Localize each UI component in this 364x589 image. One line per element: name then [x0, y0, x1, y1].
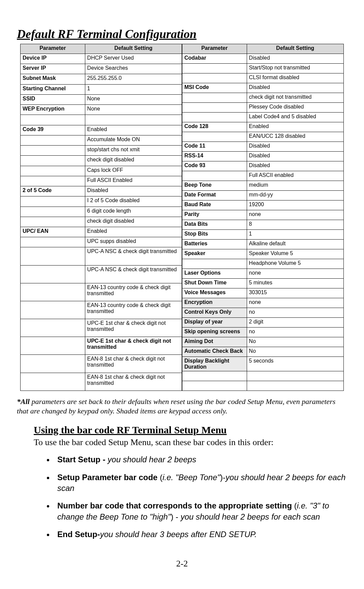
- param-cell: Date Format: [182, 191, 247, 200]
- table-row: Automatic Check BackNo: [182, 347, 344, 357]
- table-row: [182, 381, 344, 391]
- table-row: Date Formatmm-dd-yy: [182, 191, 344, 200]
- table-row: Beep Tonemedium: [182, 181, 344, 191]
- col-header-parameter: Parameter: [21, 44, 85, 54]
- table-row: SpeakerSpeaker Volume 5: [182, 249, 344, 259]
- param-cell: [21, 166, 85, 176]
- config-table-left: Parameter Default Setting Device IPDHCP …: [20, 44, 182, 391]
- table-row: Stop Bits1: [182, 230, 344, 240]
- default-cell: [247, 381, 343, 391]
- subsection-heading: Using the bar code RF Terminal Setup Men…: [34, 424, 351, 436]
- param-cell: [21, 337, 85, 355]
- param-cell: [182, 371, 247, 381]
- default-cell: none: [247, 269, 343, 279]
- table-row: EAN-13 country code & check digit transm…: [21, 283, 182, 301]
- default-cell: No: [247, 337, 343, 347]
- default-cell: Caps lock OFF: [85, 166, 182, 176]
- default-cell: Device Searches: [85, 64, 182, 74]
- default-cell: none: [247, 298, 343, 308]
- table-row: CodabarDisabled: [182, 54, 344, 64]
- param-cell: [21, 283, 85, 301]
- list-item-italic: you should hear 2 beeps: [108, 455, 196, 464]
- table-row: stop/start chs not xmit: [21, 146, 182, 156]
- default-cell: Disabled: [85, 186, 182, 196]
- table-row: EAN-13 country code & check digit transm…: [21, 301, 182, 319]
- table-row: Label Code4 and 5 disabled: [182, 113, 344, 122]
- config-tables: Parameter Default Setting Device IPDHCP …: [13, 44, 351, 391]
- default-cell: mm-dd-yy: [247, 191, 343, 200]
- default-cell: Disabled: [247, 152, 343, 161]
- footnote-text: parameters are set back to their default…: [17, 397, 335, 415]
- table-row: EAN/UCC 128 disabled: [182, 132, 344, 142]
- param-cell: Code 93: [182, 161, 247, 171]
- table-row: Server IPDevice Searches: [21, 64, 182, 74]
- param-cell: [21, 115, 85, 125]
- default-cell: check digit not transmitted: [247, 93, 343, 103]
- default-cell: No: [247, 347, 343, 357]
- param-cell: [182, 132, 247, 142]
- list-item: Start Setup - you should hear 2 beeps: [54, 454, 351, 465]
- default-cell: EAN-8 1st char & check digit not transmi…: [85, 355, 182, 373]
- table-row: Code 93Disabled: [182, 161, 344, 171]
- default-cell: [85, 115, 182, 125]
- default-cell: check digit disabled: [85, 156, 182, 166]
- table-row: Starting Channel1: [21, 84, 182, 94]
- config-table-right: Parameter Default Setting CodabarDisable…: [182, 44, 344, 391]
- list-item-text: (: [292, 501, 297, 510]
- list-item-bold: Setup Parameter bar code: [57, 473, 160, 482]
- param-cell: Skip opening screens: [182, 328, 247, 337]
- table-row: UPC/ EANEnabled: [21, 227, 182, 237]
- table-row: RSS-14Disabled: [182, 152, 344, 161]
- default-cell: medium: [247, 181, 343, 191]
- param-cell: Display Backlight Duration: [182, 357, 247, 371]
- param-cell: Data Bits: [182, 220, 247, 230]
- default-cell: 1: [85, 84, 182, 94]
- table-row: Subnet Mask255.255.255.0: [21, 74, 182, 84]
- param-cell: [21, 217, 85, 227]
- table-row: Encryptionnone: [182, 298, 344, 308]
- default-cell: check digit disabled: [85, 217, 182, 227]
- table-row: BatteriesAlkaline default: [182, 240, 344, 249]
- table-row: Control Keys Onlyno: [182, 308, 344, 318]
- param-cell: Display of year: [182, 318, 247, 328]
- table-row: EAN-8 1st char & check digit not transmi…: [21, 355, 182, 373]
- param-cell: Codabar: [182, 54, 247, 64]
- table-row: Code 39Enabled: [21, 125, 182, 135]
- param-cell: SSID: [21, 94, 85, 104]
- param-cell: Code 39: [21, 125, 85, 135]
- table-row: Device IPDHCP Server Used: [21, 54, 182, 64]
- param-cell: Stop Bits: [182, 230, 247, 240]
- param-cell: [21, 265, 85, 283]
- param-cell: [182, 103, 247, 113]
- list-item-bold: Number bar code that corresponds to the …: [57, 501, 292, 510]
- default-cell: EAN-8 1st char & check digit not transmi…: [85, 373, 182, 391]
- param-cell: Control Keys Only: [182, 308, 247, 318]
- page-number: 2-2: [0, 559, 364, 569]
- default-cell: no: [247, 308, 343, 318]
- default-cell: UPC-A NSC & check digit transmitted: [85, 247, 182, 265]
- param-cell: Subnet Mask: [21, 74, 85, 84]
- default-cell: Disabled: [247, 54, 343, 64]
- param-cell: [21, 176, 85, 186]
- default-cell: Full ASCII enabled: [247, 171, 343, 181]
- default-cell: Full ASCII Enabled: [85, 176, 182, 186]
- table-row: check digit not transmitted: [182, 93, 344, 103]
- table-row: Full ASCII enabled: [182, 171, 344, 181]
- default-cell: Speaker Volume 5: [247, 249, 343, 259]
- default-cell: 255.255.255.0: [85, 74, 182, 84]
- table-row: EAN-8 1st char & check digit not transmi…: [21, 373, 182, 391]
- default-cell: Label Code4 and 5 disabled: [247, 113, 343, 122]
- table-row: SSIDNone: [21, 94, 182, 104]
- default-cell: EAN-13 country code & check digit transm…: [85, 283, 182, 301]
- param-cell: Batteries: [182, 240, 247, 249]
- default-cell: UPC-A NSC & check digit transmitted: [85, 265, 182, 283]
- table-row: Caps lock OFF: [21, 166, 182, 176]
- default-cell: Enabled: [247, 122, 343, 132]
- param-cell: [182, 259, 247, 269]
- default-cell: UPC supps disabled: [85, 237, 182, 247]
- default-cell: EAN/UCC 128 disabled: [247, 132, 343, 142]
- list-item-bold: Start Setup -: [57, 455, 108, 464]
- default-cell: Accumulate Mode ON: [85, 135, 182, 145]
- param-cell: [21, 207, 85, 217]
- param-cell: Starting Channel: [21, 84, 85, 94]
